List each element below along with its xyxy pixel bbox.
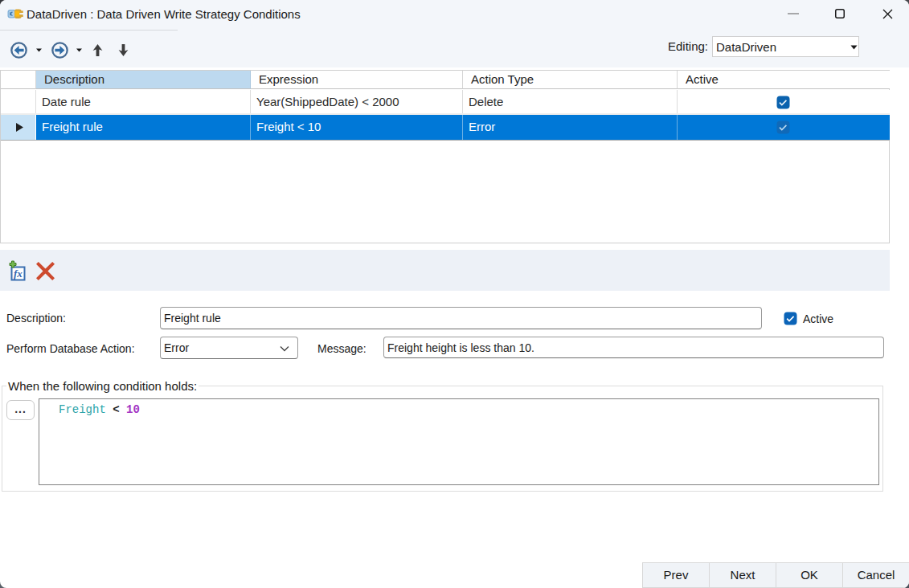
- svg-text:fx: fx: [14, 267, 23, 280]
